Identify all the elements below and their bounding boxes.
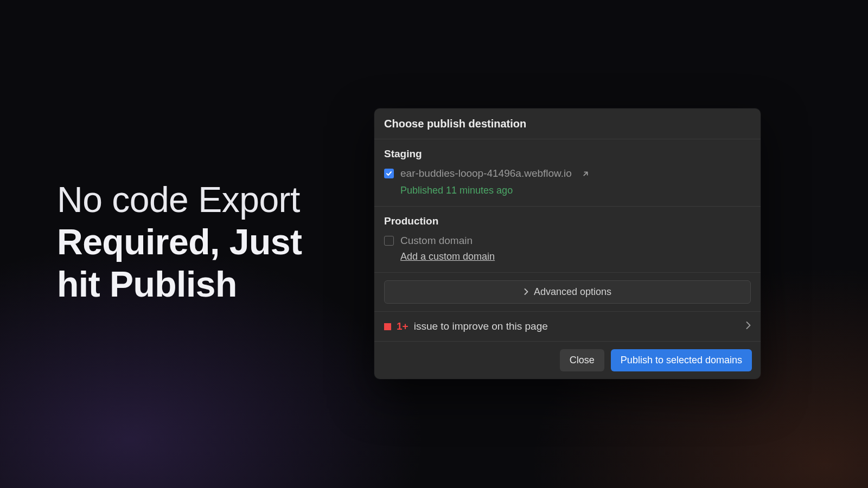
advanced-options-label: Advanced options [534, 286, 611, 298]
chevron-right-icon [746, 322, 751, 331]
publish-button[interactable]: Publish to selected domains [611, 349, 752, 371]
production-section-title: Production [384, 215, 751, 227]
custom-domain-label: Custom domain [400, 235, 473, 247]
dialog-footer: Close Publish to selected domains [374, 342, 761, 379]
chevron-right-icon [524, 287, 528, 297]
advanced-options-wrap: Advanced options [374, 273, 761, 312]
add-custom-domain-link[interactable]: Add a custom domain [400, 251, 495, 262]
production-checkbox[interactable] [384, 236, 394, 246]
issue-indicator-icon [384, 323, 391, 330]
external-link-icon[interactable] [582, 170, 590, 178]
issues-row[interactable]: 1+ issue to improve on this page [374, 312, 761, 342]
marketing-headline: No code Export Required, Just hit Publis… [57, 179, 302, 306]
advanced-options-button[interactable]: Advanced options [384, 280, 751, 304]
production-domain-row: Custom domain [384, 235, 751, 247]
published-status: Published 11 minutes ago [400, 185, 751, 196]
staging-section-title: Staging [384, 148, 751, 160]
staging-domain-row: ear-buddies-looop-41496a.webflow.io [384, 168, 751, 179]
staging-domain-text: ear-buddies-looop-41496a.webflow.io [400, 168, 572, 179]
close-button[interactable]: Close [560, 349, 604, 371]
dialog-header: Choose publish destination [374, 108, 761, 139]
publish-dialog: Choose publish destination Staging ear-b… [374, 108, 761, 379]
check-icon [386, 170, 392, 177]
production-section: Production Custom domain Add a custom do… [374, 207, 761, 273]
headline-line-1: No code Export [57, 179, 300, 220]
staging-section: Staging ear-buddies-looop-41496a.webflow… [374, 139, 761, 207]
headline-line-3: hit Publish [57, 264, 237, 304]
dialog-title: Choose publish destination [384, 118, 751, 130]
issue-text: issue to improve on this page [414, 320, 741, 332]
issue-count: 1+ [397, 320, 409, 332]
headline-line-2: Required, Just [57, 222, 302, 262]
staging-checkbox[interactable] [384, 169, 394, 178]
